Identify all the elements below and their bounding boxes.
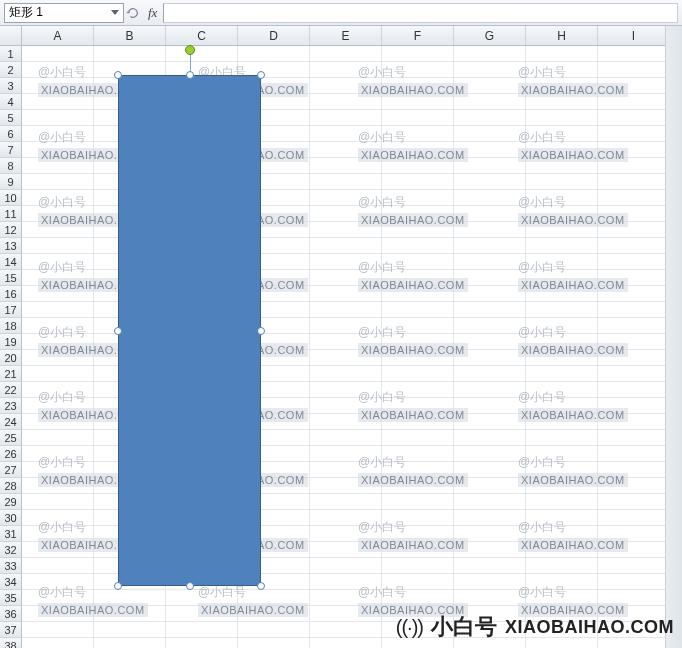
cell[interactable] [382, 302, 454, 318]
cell[interactable] [382, 430, 454, 446]
cell[interactable] [238, 622, 310, 638]
resize-handle-w[interactable] [114, 327, 122, 335]
cell[interactable] [310, 446, 382, 462]
cell[interactable] [526, 590, 598, 606]
cell[interactable] [382, 382, 454, 398]
cell[interactable] [310, 430, 382, 446]
cell[interactable] [454, 238, 526, 254]
cell[interactable] [454, 126, 526, 142]
cell[interactable] [454, 478, 526, 494]
cell[interactable] [454, 542, 526, 558]
cell[interactable] [310, 78, 382, 94]
cell[interactable] [22, 446, 94, 462]
cell[interactable] [382, 222, 454, 238]
cell[interactable] [454, 254, 526, 270]
cell[interactable] [22, 302, 94, 318]
cell[interactable] [310, 382, 382, 398]
cell[interactable] [526, 286, 598, 302]
cell[interactable] [526, 318, 598, 334]
cell[interactable] [454, 190, 526, 206]
cell[interactable] [310, 190, 382, 206]
cell[interactable] [382, 206, 454, 222]
row-header[interactable]: 28 [0, 478, 22, 494]
refresh-icon[interactable] [124, 6, 142, 20]
cell[interactable] [310, 62, 382, 78]
cell[interactable] [382, 366, 454, 382]
cell[interactable] [310, 510, 382, 526]
cell[interactable] [526, 158, 598, 174]
col-header[interactable]: F [382, 26, 454, 45]
cell[interactable] [22, 142, 94, 158]
cell[interactable] [526, 110, 598, 126]
cell[interactable] [526, 94, 598, 110]
cell[interactable] [310, 94, 382, 110]
row-header[interactable]: 11 [0, 206, 22, 222]
cell[interactable] [526, 270, 598, 286]
cell[interactable] [526, 350, 598, 366]
shape-rectangle-selection[interactable] [118, 75, 261, 586]
row-header[interactable]: 8 [0, 158, 22, 174]
cell[interactable] [454, 270, 526, 286]
formula-input[interactable] [163, 3, 678, 23]
cell[interactable] [22, 254, 94, 270]
cell[interactable] [526, 62, 598, 78]
cell[interactable] [598, 398, 670, 414]
cell[interactable] [526, 430, 598, 446]
name-box[interactable]: 矩形 1 [4, 3, 124, 23]
cell[interactable] [310, 334, 382, 350]
cell[interactable] [166, 622, 238, 638]
cell[interactable] [526, 510, 598, 526]
cell[interactable] [22, 574, 94, 590]
cell[interactable] [382, 318, 454, 334]
cell[interactable] [454, 382, 526, 398]
cell[interactable] [310, 238, 382, 254]
cell[interactable] [598, 318, 670, 334]
row-header[interactable]: 14 [0, 254, 22, 270]
cell[interactable] [526, 334, 598, 350]
cell[interactable] [310, 222, 382, 238]
cell[interactable] [22, 638, 94, 648]
cell[interactable] [22, 78, 94, 94]
cell[interactable] [310, 302, 382, 318]
cell[interactable] [382, 446, 454, 462]
vertical-scrollbar[interactable] [665, 26, 682, 648]
cell[interactable] [454, 110, 526, 126]
cell[interactable] [382, 478, 454, 494]
cell[interactable] [310, 206, 382, 222]
cell[interactable] [598, 206, 670, 222]
row-header[interactable]: 5 [0, 110, 22, 126]
cell[interactable] [22, 462, 94, 478]
row-header[interactable]: 29 [0, 494, 22, 510]
cell[interactable] [22, 606, 94, 622]
cell[interactable] [454, 286, 526, 302]
cell[interactable] [526, 126, 598, 142]
cell[interactable] [526, 238, 598, 254]
row-header[interactable]: 4 [0, 94, 22, 110]
cell[interactable] [382, 334, 454, 350]
col-header[interactable]: H [526, 26, 598, 45]
col-header[interactable]: D [238, 26, 310, 45]
cell[interactable] [526, 478, 598, 494]
cell[interactable] [310, 286, 382, 302]
row-header[interactable]: 13 [0, 238, 22, 254]
cell[interactable] [22, 190, 94, 206]
cell[interactable] [598, 46, 670, 62]
row-header[interactable]: 34 [0, 574, 22, 590]
cell[interactable] [598, 302, 670, 318]
worksheet-grid[interactable]: A B C D E F G H I 1234567891011121314151… [0, 26, 682, 648]
cell[interactable] [598, 286, 670, 302]
cell[interactable] [382, 558, 454, 574]
cell[interactable] [238, 638, 310, 648]
col-header[interactable]: C [166, 26, 238, 45]
cell[interactable] [382, 414, 454, 430]
row-header[interactable]: 12 [0, 222, 22, 238]
cell[interactable] [22, 110, 94, 126]
cell[interactable] [310, 414, 382, 430]
cell[interactable] [22, 526, 94, 542]
cell[interactable] [382, 126, 454, 142]
row-header[interactable]: 24 [0, 414, 22, 430]
row-header[interactable]: 16 [0, 286, 22, 302]
cell[interactable] [310, 398, 382, 414]
cell[interactable] [310, 494, 382, 510]
cell[interactable] [598, 270, 670, 286]
